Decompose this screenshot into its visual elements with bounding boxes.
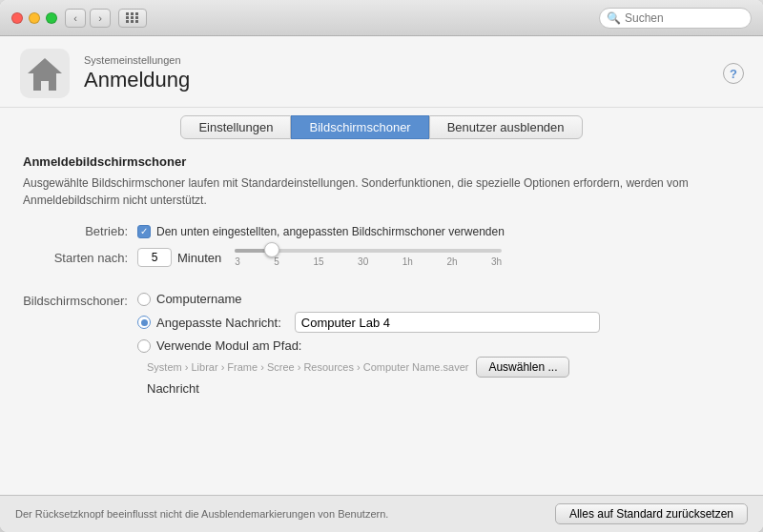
forward-button[interactable]: ›	[90, 9, 111, 28]
pref-title-area: Systemeinstellungen Anmeldung	[84, 54, 710, 92]
tick-5: 5	[274, 256, 279, 267]
close-button[interactable]	[11, 12, 23, 24]
bildschirmschoner-section: Bildschirmschoner: Computername Angepass…	[23, 292, 740, 353]
pref-title: Anmeldung	[84, 68, 710, 92]
radio-row-angepasste: Angepasste Nachricht:	[137, 312, 600, 333]
radio-row-verwende: Verwende Modul am Pfad:	[137, 338, 600, 353]
slider-track[interactable]	[235, 249, 502, 253]
section-desc: Ausgewählte Bildschirmschoner laufen mit…	[23, 174, 740, 209]
tick-3h: 3h	[491, 256, 502, 267]
pref-header: Systemeinstellungen Anmeldung ?	[0, 36, 763, 108]
starten-label: Starten nach:	[23, 251, 137, 265]
tab-bildschirmschoner[interactable]: Bildschirmschoner	[291, 115, 428, 139]
radio-angepasste-label: Angepasste Nachricht:	[156, 316, 281, 330]
starten-row: Starten nach: 5 Minuten 3 5 15 30 1h 2h …	[23, 248, 740, 267]
tick-2h: 2h	[446, 256, 457, 267]
traffic-lights	[11, 12, 57, 24]
betrieb-label: Betrieb:	[23, 224, 137, 238]
back-button[interactable]: ‹	[65, 9, 86, 28]
betrieb-row: Betrieb: ✓ Den unten eingestellten, ange…	[23, 224, 740, 238]
angepasste-input[interactable]	[295, 312, 600, 333]
search-input[interactable]	[599, 8, 752, 29]
search-wrap: 🔍	[599, 8, 752, 29]
home-icon-wrap	[19, 48, 71, 99]
tick-3: 3	[235, 256, 240, 267]
starten-unit: Minuten	[177, 251, 221, 265]
main-window: ‹ › 🔍 Systemeinstellungen Anmeldung	[0, 0, 763, 532]
radio-verwende-label: Verwende Modul am Pfad:	[156, 338, 301, 353]
nav-buttons: ‹ ›	[65, 9, 111, 28]
radio-options: Computername Angepasste Nachricht: Verwe…	[137, 292, 600, 353]
grid-icon	[126, 12, 139, 23]
bottom-bar: Der Rücksetzknopf beeinflusst nicht die …	[0, 495, 763, 532]
tick-30: 30	[358, 256, 368, 267]
path-row: System › Librar › Frame › Scree › Resour…	[147, 357, 740, 378]
tabs-bar: Einstellungen Bildschirmschoner Benutzer…	[0, 108, 763, 139]
help-button[interactable]: ?	[723, 63, 744, 84]
radio-computername-label: Computername	[156, 292, 242, 306]
content-area: Anmeldebildschirmschoner Ausgewählte Bil…	[0, 139, 763, 495]
home-icon	[20, 49, 70, 98]
minimize-button[interactable]	[29, 12, 40, 24]
radio-angepasste[interactable]	[137, 316, 151, 329]
pref-breadcrumb: Systemeinstellungen	[84, 54, 710, 66]
tab-einstellungen[interactable]: Einstellungen	[180, 115, 291, 139]
betrieb-checkbox-text: Den unten eingestellten, angepassten Bil…	[156, 225, 505, 238]
slider-ticks: 3 5 15 30 1h 2h 3h	[235, 256, 502, 267]
tab-benutzer[interactable]: Benutzer ausblenden	[429, 115, 583, 139]
auswahlen-button[interactable]: Auswählen ...	[476, 357, 569, 378]
reset-button[interactable]: Alles auf Standard zurücksetzen	[555, 503, 748, 524]
path-text: System › Librar › Frame › Scree › Resour…	[147, 361, 468, 373]
titlebar: ‹ › 🔍	[0, 0, 763, 36]
slider-thumb[interactable]	[264, 242, 279, 257]
maximize-button[interactable]	[46, 12, 57, 24]
search-icon: 🔍	[607, 11, 621, 25]
bildschirmschoner-label: Bildschirmschoner:	[23, 292, 137, 308]
radio-verwende[interactable]	[137, 339, 151, 353]
betrieb-checkbox[interactable]: ✓	[137, 225, 151, 238]
section-title: Anmeldebildschirmschoner	[23, 154, 740, 169]
tick-1h: 1h	[402, 256, 413, 267]
slider-wrap: 3 5 15 30 1h 2h 3h	[235, 249, 502, 267]
starten-value: 5	[137, 248, 172, 267]
radio-row-computername: Computername	[137, 292, 600, 306]
grid-button[interactable]	[118, 9, 147, 28]
tick-15: 15	[313, 256, 323, 267]
radio-computername[interactable]	[137, 293, 151, 306]
bottom-info: Der Rücksetzknopf beeinflusst nicht die …	[15, 508, 388, 520]
betrieb-checkbox-label[interactable]: ✓ Den unten eingestellten, angepassten B…	[137, 225, 505, 238]
nachricht-label: Nachricht	[147, 381, 740, 396]
